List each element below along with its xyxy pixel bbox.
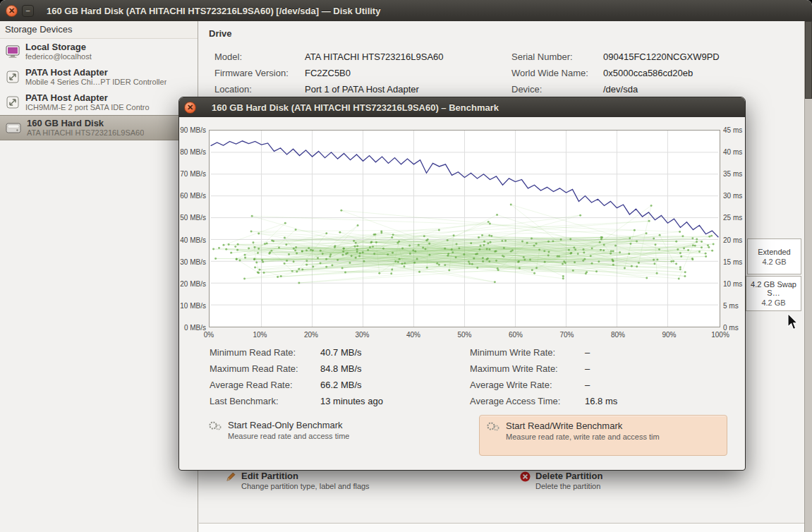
benchmark-stats-write: Minimum Write Rate: – Maximum Write Rate…: [470, 344, 617, 409]
stat-row: Minimum Write Rate: –: [470, 344, 617, 361]
x-axis-tick: 90%: [654, 331, 685, 339]
field-value: 090415FC1220NCGXW9PD: [603, 49, 720, 65]
sidebar-item-local-storage[interactable]: Local Storage federico@localhost: [0, 39, 198, 64]
mouse-cursor: [787, 313, 800, 334]
sidebar-item-subtitle: Mobile 4 Series Chi…PT IDER Controller: [25, 78, 166, 87]
stat-value: 84.8 MB/s: [320, 361, 362, 377]
field-row-location: Location: Port 1 of PATA Host Adapter: [214, 81, 511, 97]
adapter-icon: [5, 95, 20, 110]
window-minimize-button[interactable]: –: [22, 5, 34, 17]
field-row-wwn: World Wide Name: 0x5000cca586cd20eb: [511, 65, 720, 81]
field-row-firmware: Firmware Version: FC2ZC5B0: [214, 65, 511, 81]
field-value: FC2ZC5B0: [305, 65, 351, 81]
stat-label: Average Write Rate:: [470, 377, 585, 393]
y-axis-right-tick: 30 ms: [723, 192, 747, 200]
field-value: 0x5000cca586cd20eb: [603, 65, 693, 81]
stat-value: –: [585, 361, 590, 377]
field-value: /dev/sda: [603, 81, 638, 97]
x-axis-tick: 0%: [193, 331, 224, 339]
adapter-icon: [5, 69, 20, 85]
benchmark-chart-svg: [210, 131, 720, 327]
dialog-titlebar[interactable]: ✕ 160 GB Hard Disk (ATA HITACHI HTS72321…: [179, 97, 745, 117]
field-row-model: Model: ATA HITACHI HTS723216L9SA60: [214, 49, 511, 65]
benchmark-gears-icon: [208, 420, 222, 432]
stat-label: Maximum Write Rate:: [470, 361, 585, 377]
y-axis-left-tick: 40 MB/s: [179, 236, 206, 244]
field-label: Firmware Version:: [214, 65, 305, 81]
stat-label: Last Benchmark:: [210, 393, 320, 409]
y-axis-left-tick: 70 MB/s: [179, 170, 206, 178]
stat-row: Average Read Rate: 66.2 MB/s: [210, 377, 383, 393]
sidebar-item-subtitle: ICH9M/M-E 2 port SATA IDE Contro: [25, 103, 150, 112]
window-titlebar[interactable]: ✕ – 160 GB Hard Disk (ATA HITACHI HTS723…: [0, 0, 812, 21]
drive-fields-left: Model: ATA HITACHI HTS723216L9SA60 Firmw…: [214, 49, 511, 97]
action-subtitle: Delete the partition: [535, 482, 602, 491]
x-axis-tick: 100%: [705, 331, 736, 339]
benchmark-stats-read: Minimum Read Rate: 40.7 MB/s Maximum Rea…: [210, 344, 383, 409]
edit-partition-button[interactable]: Edit Partition Change partition type, la…: [226, 471, 370, 491]
stat-value: 40.7 MB/s: [320, 344, 362, 361]
partition-label: 4.2 GB Swap S…: [746, 280, 801, 297]
button-subtitle: Measure read rate, write rate and access…: [506, 432, 660, 442]
y-axis-right-tick: 20 ms: [723, 236, 747, 244]
field-label: World Wide Name:: [511, 65, 603, 81]
button-title: Start Read-Only Benchmark: [228, 419, 349, 431]
delete-icon: [520, 471, 531, 482]
window-title: 160 GB Hard Disk (ATA HITACHI HTS723216L…: [47, 6, 380, 16]
pencil-icon: [226, 471, 236, 482]
benchmark-gears-icon: [486, 421, 500, 433]
field-label: Device:: [511, 81, 603, 97]
stat-row: Average Write Rate: –: [470, 377, 617, 393]
start-read-write-benchmark-button[interactable]: Start Read/Write Benchmark Measure read …: [479, 415, 727, 456]
window-close-button[interactable]: ✕: [6, 5, 18, 17]
sidebar-item-pata-adapter-1[interactable]: PATA Host Adapter Mobile 4 Series Chi…PT…: [0, 64, 198, 90]
sidebar-item-subtitle: ATA HITACHI HTS723216L9SA60: [27, 128, 144, 138]
sidebar-item-title: 160 GB Hard Disk: [27, 118, 144, 128]
partition-extended[interactable]: Extended 4.2 GB: [747, 238, 801, 274]
start-read-only-benchmark-button[interactable]: Start Read-Only Benchmark Measure read r…: [202, 415, 438, 445]
y-axis-left-tick: 10 MB/s: [179, 302, 206, 310]
stat-row: Maximum Write Rate: –: [470, 361, 617, 377]
y-axis-left-tick: 20 MB/s: [179, 280, 206, 288]
stat-value: 66.2 MB/s: [320, 377, 362, 393]
scrollbar-thumb[interactable]: [805, 21, 812, 99]
x-axis-tick: 40%: [398, 331, 429, 339]
sidebar-item-hard-disk[interactable]: 160 GB Hard Disk ATA HITACHI HTS723216L9…: [0, 115, 198, 140]
sidebar-item-title: PATA Host Adapter: [25, 92, 150, 103]
stat-label: Average Read Rate:: [210, 377, 320, 393]
delete-partition-button[interactable]: Delete Partition Delete the partition: [520, 471, 602, 491]
y-axis-right-tick: 35 ms: [723, 170, 747, 178]
field-row-serial: Serial Number: 090415FC1220NCGXW9PD: [511, 49, 720, 65]
sidebar-item-pata-adapter-2[interactable]: PATA Host Adapter ICH9M/M-E 2 port SATA …: [0, 90, 198, 115]
y-axis-left-tick: 90 MB/s: [179, 126, 206, 134]
bottom-separator: [199, 523, 804, 532]
y-axis-right-tick: 5 ms: [723, 302, 747, 310]
drive-fields-right: Serial Number: 090415FC1220NCGXW9PD Worl…: [511, 49, 720, 97]
dialog-close-button[interactable]: ✕: [184, 102, 196, 114]
action-title: Delete Partition: [535, 471, 602, 482]
stat-label: Average Access Time:: [470, 393, 585, 409]
y-axis-right-tick: 15 ms: [723, 258, 747, 266]
y-axis-left-tick: 50 MB/s: [179, 214, 206, 222]
action-title: Edit Partition: [241, 471, 370, 482]
field-label: Location:: [214, 81, 305, 97]
x-axis-tick: 20%: [296, 331, 327, 339]
field-value: ATA HITACHI HTS723216L9SA60: [305, 49, 444, 65]
partition-swap[interactable]: 4.2 GB Swap S… 4.2 GB: [746, 276, 801, 311]
sidebar-item-title: Local Storage: [25, 42, 92, 52]
sidebar-item-title: PATA Host Adapter: [25, 67, 166, 78]
computer-icon: [5, 44, 20, 59]
stat-value: 16.8 ms: [585, 393, 617, 409]
button-title: Start Read/Write Benchmark: [506, 420, 660, 432]
stat-row: Minimum Read Rate: 40.7 MB/s: [210, 344, 383, 361]
y-axis-right-tick: 25 ms: [723, 214, 747, 222]
x-axis-tick: 50%: [449, 331, 480, 339]
benchmark-plot: [209, 130, 720, 327]
dialog-title: 160 GB Hard Disk (ATA HITACHI HTS723216L…: [212, 102, 499, 113]
y-axis-right-tick: 10 ms: [723, 280, 747, 288]
disk-utility-window: ✕ – 160 GB Hard Disk (ATA HITACHI HTS723…: [0, 0, 812, 532]
vertical-scrollbar[interactable]: [804, 21, 812, 532]
action-subtitle: Change partition type, label and flags: [241, 482, 370, 491]
x-axis-tick: 70%: [552, 331, 583, 339]
field-label: Model:: [214, 49, 305, 65]
